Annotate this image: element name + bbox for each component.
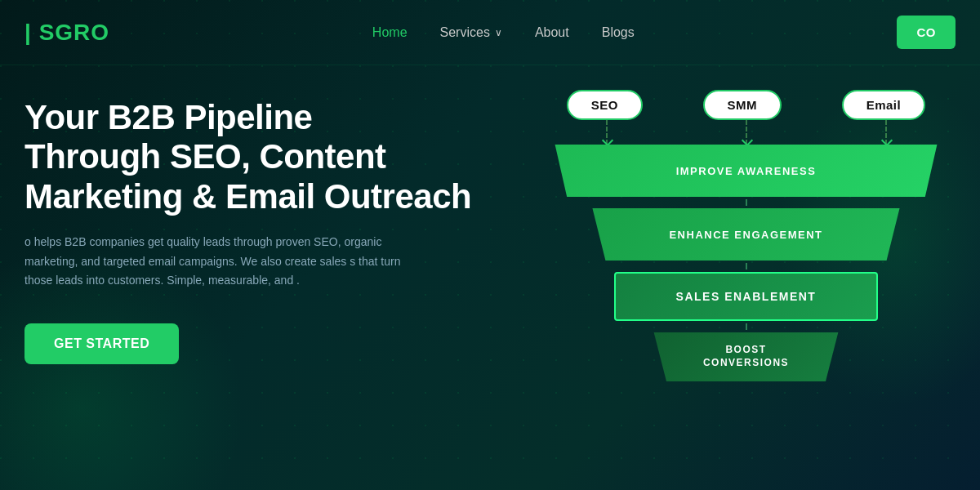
left-section: Your B2B Pipeline Through SEO, Content M… xyxy=(24,90,537,364)
main-content: Your B2B Pipeline Through SEO, Content M… xyxy=(0,65,980,490)
logo-accent: | xyxy=(24,20,32,45)
funnel-container: IMPROVE AWARENESS ENHANCE ENGAGEMENT Sal… xyxy=(537,145,956,381)
hero-subtext: o helps B2B companies get quality leads … xyxy=(24,233,416,291)
pill-smm: SMM xyxy=(703,90,782,120)
nav-item-about[interactable]: About xyxy=(535,25,569,40)
nav-link-services[interactable]: Services xyxy=(440,25,490,40)
funnel-label-2: ENHANCE ENGAGEMENT xyxy=(669,229,822,241)
connector-2 xyxy=(746,120,747,145)
pill-seo: SEO xyxy=(567,90,643,120)
connector-lines xyxy=(537,120,956,145)
navbar: | SGRO Home Services About Blogs CO xyxy=(0,0,980,65)
nav-cta-button[interactable]: CO xyxy=(897,16,956,49)
funnel-level-3: Sales Enablement xyxy=(614,272,878,321)
right-section: SEO SMM Email IMPROVE AWARENESS ENHANCE … xyxy=(537,90,956,381)
nav-item-blogs[interactable]: Blogs xyxy=(602,25,635,40)
hero-cta-button[interactable]: GET STARTED xyxy=(24,323,179,364)
connector-1 xyxy=(606,120,608,145)
funnel-level-4: BOOST CONVERSIONS xyxy=(641,332,851,381)
nav-link-blogs[interactable]: Blogs xyxy=(602,25,635,39)
nav-link-home[interactable]: Home xyxy=(372,25,408,39)
pill-email: Email xyxy=(842,90,926,120)
connector-3 xyxy=(885,120,887,145)
nav-item-home[interactable]: Home xyxy=(372,25,408,40)
page-wrapper: | SGRO Home Services About Blogs CO Your… xyxy=(0,0,980,490)
funnel-connector-2 xyxy=(746,263,747,270)
headline-line2: hrough SEO, Content xyxy=(45,137,385,176)
funnel-connector-1 xyxy=(746,199,747,206)
funnel-label-3: Sales Enablement xyxy=(676,290,817,303)
nav-item-services[interactable]: Services xyxy=(440,25,502,40)
headline-line3: arketing & Email Outreach xyxy=(53,177,472,216)
funnel-label-4: BOOST CONVERSIONS xyxy=(703,344,789,369)
hero-headline: Your B2B Pipeline Through SEO, Content M… xyxy=(24,98,520,216)
nav-links: Home Services About Blogs xyxy=(372,25,635,40)
cta-label: T STARTED xyxy=(74,336,149,350)
headline-line1: Your B2B Pipeline xyxy=(24,98,312,136)
funnel-connector-3 xyxy=(746,323,747,330)
logo-text: SGRO xyxy=(39,20,109,45)
pills-row: SEO SMM Email xyxy=(537,90,956,120)
funnel-label-1: IMPROVE AWARENESS xyxy=(676,165,817,177)
subtext-content: o helps B2B companies get quality leads … xyxy=(24,235,400,287)
nav-link-about[interactable]: About xyxy=(535,25,569,39)
logo[interactable]: | SGRO xyxy=(24,20,109,46)
funnel-level-2: ENHANCE ENGAGEMENT xyxy=(582,208,909,261)
funnel-level-1: IMPROVE AWARENESS xyxy=(547,145,945,197)
